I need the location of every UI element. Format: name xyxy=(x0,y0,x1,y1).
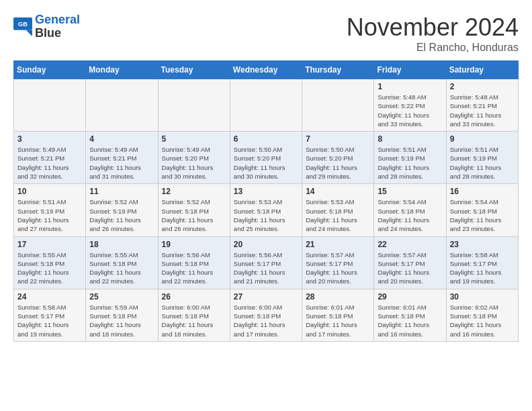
day-info: Sunrise: 5:54 AM Sunset: 5:18 PM Dayligh… xyxy=(450,197,515,233)
header-saturday: Saturday xyxy=(446,61,518,79)
calendar-cell: 23Sunrise: 5:58 AM Sunset: 5:17 PM Dayli… xyxy=(446,236,518,289)
calendar-week-2: 3Sunrise: 5:49 AM Sunset: 5:21 PM Daylig… xyxy=(14,132,519,184)
day-number: 5 xyxy=(162,134,227,144)
day-number: 21 xyxy=(306,240,371,249)
day-number: 15 xyxy=(378,187,443,196)
day-info: Sunrise: 5:58 AM Sunset: 5:17 PM Dayligh… xyxy=(17,303,83,338)
day-number: 26 xyxy=(162,292,227,302)
day-info: Sunrise: 5:58 AM Sunset: 5:17 PM Dayligh… xyxy=(450,250,515,286)
calendar-cell: 12Sunrise: 5:52 AM Sunset: 5:18 PM Dayli… xyxy=(158,184,230,236)
calendar-week-1: 1Sunrise: 5:48 AM Sunset: 5:22 PM Daylig… xyxy=(14,79,519,132)
calendar-week-3: 10Sunrise: 5:51 AM Sunset: 5:19 PM Dayli… xyxy=(14,184,519,236)
header-tuesday: Tuesday xyxy=(158,61,230,79)
calendar-cell xyxy=(158,79,230,132)
day-info: Sunrise: 5:59 AM Sunset: 5:18 PM Dayligh… xyxy=(89,303,154,338)
calendar-cell: 25Sunrise: 5:59 AM Sunset: 5:18 PM Dayli… xyxy=(86,289,158,341)
day-number: 13 xyxy=(234,187,299,196)
day-number: 7 xyxy=(306,134,371,144)
day-info: Sunrise: 5:51 AM Sunset: 5:19 PM Dayligh… xyxy=(378,145,443,181)
header-monday: Monday xyxy=(86,61,158,79)
calendar-cell: 2Sunrise: 5:48 AM Sunset: 5:21 PM Daylig… xyxy=(446,79,518,132)
day-info: Sunrise: 5:54 AM Sunset: 5:18 PM Dayligh… xyxy=(378,197,443,233)
day-number: 19 xyxy=(162,240,227,249)
calendar-cell: 19Sunrise: 5:56 AM Sunset: 5:18 PM Dayli… xyxy=(158,236,230,289)
day-number: 11 xyxy=(89,187,154,196)
day-number: 28 xyxy=(306,292,371,302)
calendar-cell: 3Sunrise: 5:49 AM Sunset: 5:21 PM Daylig… xyxy=(14,132,86,184)
day-number: 27 xyxy=(234,292,299,302)
calendar-cell: 27Sunrise: 6:00 AM Sunset: 5:18 PM Dayli… xyxy=(230,289,302,341)
calendar-cell: 6Sunrise: 5:50 AM Sunset: 5:20 PM Daylig… xyxy=(230,132,302,184)
day-info: Sunrise: 5:49 AM Sunset: 5:21 PM Dayligh… xyxy=(89,145,154,181)
day-number: 6 xyxy=(234,134,299,144)
day-number: 18 xyxy=(89,240,154,249)
day-number: 9 xyxy=(450,134,515,144)
day-info: Sunrise: 5:49 AM Sunset: 5:20 PM Dayligh… xyxy=(162,145,227,181)
calendar-cell: 8Sunrise: 5:51 AM Sunset: 5:19 PM Daylig… xyxy=(374,132,446,184)
day-info: Sunrise: 6:00 AM Sunset: 5:18 PM Dayligh… xyxy=(234,303,299,338)
day-number: 20 xyxy=(234,240,299,249)
header-sunday: Sunday xyxy=(14,61,86,79)
day-info: Sunrise: 6:01 AM Sunset: 5:18 PM Dayligh… xyxy=(306,303,371,338)
calendar-cell: 21Sunrise: 5:57 AM Sunset: 5:17 PM Dayli… xyxy=(302,236,374,289)
location-subtitle: El Rancho, Honduras xyxy=(347,42,519,54)
calendar-cell xyxy=(302,79,374,132)
calendar-cell: 28Sunrise: 6:01 AM Sunset: 5:18 PM Dayli… xyxy=(302,289,374,341)
day-info: Sunrise: 5:49 AM Sunset: 5:21 PM Dayligh… xyxy=(17,145,83,181)
calendar-cell: 16Sunrise: 5:54 AM Sunset: 5:18 PM Dayli… xyxy=(446,184,518,236)
logo-line1: General xyxy=(35,13,80,27)
month-title: November 2024 xyxy=(347,13,519,42)
logo-icon: GB xyxy=(13,17,32,36)
calendar-cell: 5Sunrise: 5:49 AM Sunset: 5:20 PM Daylig… xyxy=(158,132,230,184)
day-number: 17 xyxy=(17,240,83,249)
day-number: 29 xyxy=(378,292,443,302)
day-number: 16 xyxy=(450,187,515,196)
day-info: Sunrise: 5:53 AM Sunset: 5:18 PM Dayligh… xyxy=(234,197,299,233)
day-number: 22 xyxy=(378,240,443,249)
calendar-cell xyxy=(230,79,302,132)
day-info: Sunrise: 5:48 AM Sunset: 5:22 PM Dayligh… xyxy=(378,93,443,128)
calendar-cell: 18Sunrise: 5:55 AM Sunset: 5:18 PM Dayli… xyxy=(86,236,158,289)
header-wednesday: Wednesday xyxy=(230,61,302,79)
calendar-week-4: 17Sunrise: 5:55 AM Sunset: 5:18 PM Dayli… xyxy=(14,236,519,289)
day-number: 12 xyxy=(162,187,227,196)
day-info: Sunrise: 5:52 AM Sunset: 5:19 PM Dayligh… xyxy=(89,197,154,233)
calendar-cell xyxy=(86,79,158,132)
day-info: Sunrise: 6:00 AM Sunset: 5:18 PM Dayligh… xyxy=(162,303,227,338)
day-number: 3 xyxy=(17,134,83,144)
day-info: Sunrise: 6:02 AM Sunset: 5:18 PM Dayligh… xyxy=(450,303,515,338)
calendar-cell: 29Sunrise: 6:01 AM Sunset: 5:18 PM Dayli… xyxy=(374,289,446,341)
header-friday: Friday xyxy=(374,61,446,79)
calendar-cell: 22Sunrise: 5:57 AM Sunset: 5:17 PM Dayli… xyxy=(374,236,446,289)
day-number: 24 xyxy=(17,292,83,302)
calendar-table: SundayMondayTuesdayWednesdayThursdayFrid… xyxy=(13,60,519,342)
day-number: 8 xyxy=(378,134,443,144)
calendar-cell: 20Sunrise: 5:56 AM Sunset: 5:17 PM Dayli… xyxy=(230,236,302,289)
day-info: Sunrise: 6:01 AM Sunset: 5:18 PM Dayligh… xyxy=(378,303,443,338)
day-info: Sunrise: 5:51 AM Sunset: 5:19 PM Dayligh… xyxy=(17,197,83,233)
day-number: 30 xyxy=(450,292,515,302)
day-info: Sunrise: 5:50 AM Sunset: 5:20 PM Dayligh… xyxy=(234,145,299,181)
day-number: 4 xyxy=(89,134,154,144)
day-info: Sunrise: 5:52 AM Sunset: 5:18 PM Dayligh… xyxy=(162,197,227,233)
day-info: Sunrise: 5:56 AM Sunset: 5:17 PM Dayligh… xyxy=(234,250,299,286)
day-info: Sunrise: 5:53 AM Sunset: 5:18 PM Dayligh… xyxy=(306,197,371,233)
logo-line2: Blue xyxy=(35,27,80,40)
day-number: 2 xyxy=(450,82,515,91)
day-number: 1 xyxy=(378,82,443,91)
calendar-cell: 24Sunrise: 5:58 AM Sunset: 5:17 PM Dayli… xyxy=(14,289,86,341)
day-number: 23 xyxy=(450,240,515,249)
title-section: November 2024 El Rancho, Honduras xyxy=(347,13,519,54)
day-info: Sunrise: 5:57 AM Sunset: 5:17 PM Dayligh… xyxy=(378,250,443,286)
day-info: Sunrise: 5:55 AM Sunset: 5:18 PM Dayligh… xyxy=(89,250,154,286)
day-number: 14 xyxy=(306,187,371,196)
calendar-cell: 9Sunrise: 5:51 AM Sunset: 5:19 PM Daylig… xyxy=(446,132,518,184)
svg-marker-2 xyxy=(26,30,32,36)
day-info: Sunrise: 5:48 AM Sunset: 5:21 PM Dayligh… xyxy=(450,93,515,128)
calendar-week-5: 24Sunrise: 5:58 AM Sunset: 5:17 PM Dayli… xyxy=(14,289,519,341)
day-info: Sunrise: 5:51 AM Sunset: 5:19 PM Dayligh… xyxy=(450,145,515,181)
logo[interactable]: GB General Blue xyxy=(13,13,80,40)
calendar-cell xyxy=(14,79,86,132)
calendar-cell: 17Sunrise: 5:55 AM Sunset: 5:18 PM Dayli… xyxy=(14,236,86,289)
day-number: 10 xyxy=(17,187,83,196)
